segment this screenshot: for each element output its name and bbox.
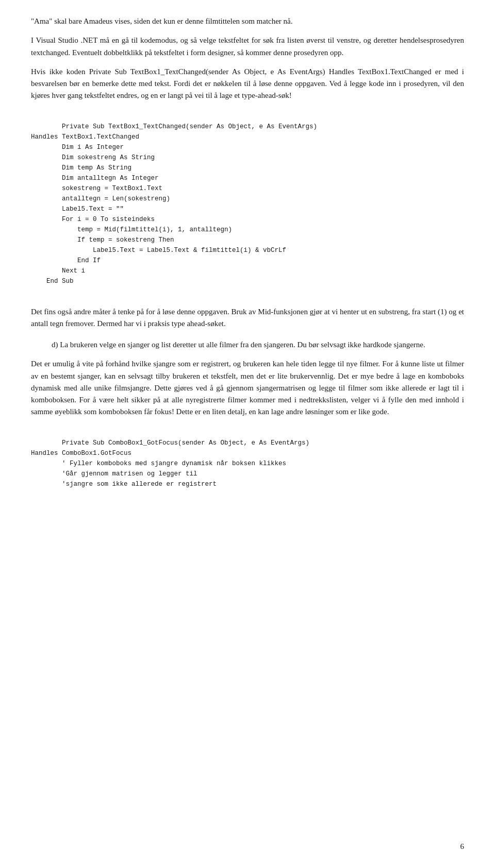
paragraph-intro1: "Ama" skal bare Amadeus vises, siden det… <box>31 15 464 27</box>
code-block-2: Private Sub ComboBox1_GotFocus(sender As… <box>31 428 464 500</box>
page-content: "Ama" skal bare Amadeus vises, siden det… <box>31 15 464 500</box>
paragraph-5: Det er umulig å vite på forhånd hvilke s… <box>31 358 464 418</box>
page-number: 6 <box>460 841 465 853</box>
para5-text: Det er umulig å vite på forhånd hvilke s… <box>31 360 464 416</box>
list-item-d: d) La brukeren velge en sjanger og list … <box>31 339 464 351</box>
paragraph-intro3: Hvis ikke koden Private Sub TextBox1_Tex… <box>31 66 464 102</box>
code1-text: Private Sub TextBox1_TextChanged(sender … <box>31 123 317 285</box>
intro2-text: I Visual Studio .NET må en gå til kodemo… <box>31 36 464 56</box>
code2-text: Private Sub ComboBox1_GotFocus(sender As… <box>31 439 309 488</box>
list-d-label: d) La brukeren velge en sjanger og list … <box>52 339 464 351</box>
code-block-1: Private Sub TextBox1_TextChanged(sender … <box>31 111 464 297</box>
intro3-text: Hvis ikke koden Private Sub TextBox1_Tex… <box>31 67 464 100</box>
para4-text: Det fins også andre måter å tenke på for… <box>31 308 464 328</box>
paragraph-intro2: I Visual Studio .NET må en gå til kodemo… <box>31 35 464 59</box>
intro1-text: "Ama" skal bare Amadeus vises, siden det… <box>31 17 293 25</box>
paragraph-4: Det fins også andre måter å tenke på for… <box>31 306 464 330</box>
